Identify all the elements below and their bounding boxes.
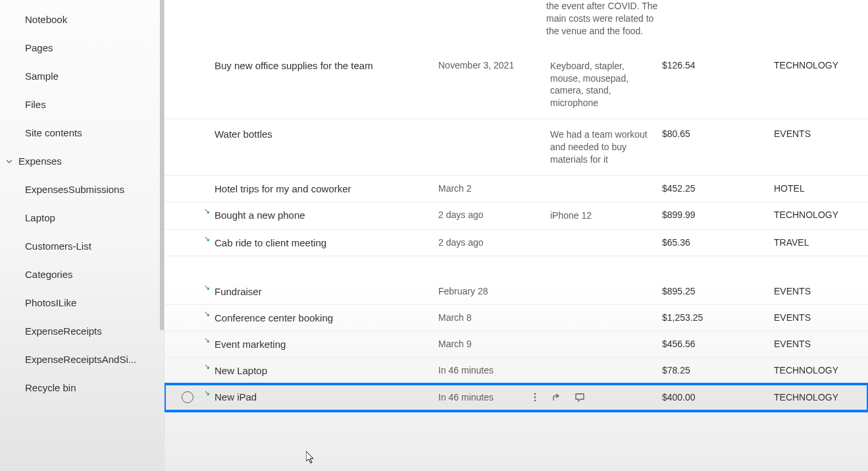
cell-category: EVENTS	[770, 312, 868, 323]
circle-check-icon[interactable]	[182, 391, 193, 403]
cell-category: TRAVEL	[770, 237, 868, 248]
cell-amount: $899.99	[658, 209, 770, 220]
sidebar-item-sample[interactable]: Sample	[0, 62, 164, 90]
cell-category: TECHNOLOGY	[770, 365, 868, 375]
cell-date: February 28	[434, 286, 546, 296]
cell-amount: $895.25	[658, 286, 770, 296]
cell-amount: $65.36	[658, 237, 770, 248]
cell-description: Keyboard, stapler, mouse, mousepad, came…	[546, 60, 658, 110]
cell-category: TECHNOLOGY	[770, 209, 868, 220]
cell-date: November 3, 2021	[434, 60, 546, 70]
sidebar-item-label: ExpenseReceipts	[25, 325, 102, 337]
cell-title[interactable]: ↘Fundraiser	[211, 286, 434, 297]
cell-category: TECHNOLOGY	[770, 60, 868, 70]
cell-amount: $80.65	[658, 128, 770, 139]
sidebar-item-categories[interactable]: Categories	[0, 260, 164, 289]
cell-title[interactable]: ↘New iPad	[211, 391, 434, 402]
description-fragment: the event after COVID. The main costs we…	[546, 0, 658, 44]
sidebar-item-pages[interactable]: Pages	[0, 34, 164, 62]
sidebar-item-label: Expenses	[18, 155, 62, 167]
sidebar-item-recycle-bin[interactable]: Recycle bin	[0, 374, 164, 402]
link-indicator-icon: ↘	[204, 336, 210, 345]
cell-date: March 8	[434, 312, 546, 323]
cell-title[interactable]: ↘Bought a new phone	[211, 209, 434, 221]
cell-date: March 2	[434, 183, 546, 194]
sidebar-item-label: ExpenseReceiptsAndSi...	[25, 354, 136, 365]
table-row[interactable]: ↘Bought a new phone2 days agoiPhone 12$8…	[165, 202, 868, 230]
table-row[interactable]: ↘Event marketingMarch 9$456.56EVENTS	[165, 331, 868, 358]
table-row[interactable]: ↘FundraiserFebruary 28$895.25EVENTS	[165, 256, 868, 305]
sidebar: NotebookPagesSampleFilesSite contentsExp…	[0, 0, 165, 471]
link-indicator-icon: ↘	[204, 207, 210, 215]
cell-category: EVENTS	[770, 339, 868, 349]
sidebar-item-site-contents[interactable]: Site contents	[0, 119, 164, 147]
sidebar-item-label: Recycle bin	[25, 382, 76, 393]
sidebar-item-label: Site contents	[25, 127, 82, 138]
cell-date: 2 days ago	[434, 237, 546, 248]
cell-amount: $1,253.25	[658, 312, 770, 323]
cell-category: TECHNOLOGY	[770, 392, 868, 402]
cell-amount: $78.25	[658, 365, 770, 375]
link-indicator-icon: ↘	[204, 235, 210, 243]
table-row[interactable]: Hotel trips for my and coworkerMarch 2$4…	[165, 176, 868, 202]
cell-category: HOTEL	[770, 183, 868, 194]
chevron-down-icon	[5, 157, 13, 165]
sidebar-item-laptop[interactable]: Laptop	[0, 204, 164, 232]
table-row[interactable]: ↘New LaptopIn 46 minutes$78.25TECHNOLOGY	[165, 358, 868, 384]
sidebar-item-label: Files	[25, 99, 46, 110]
sidebar-item-expensessubmissions[interactable]: ExpensesSubmissions	[0, 175, 164, 204]
sidebar-item-expensereceiptsandsi-[interactable]: ExpenseReceiptsAndSi...	[0, 345, 164, 374]
sidebar-item-label: Categories	[25, 269, 73, 280]
link-indicator-icon: ↘	[204, 389, 210, 397]
cell-title[interactable]: ↘New Laptop	[211, 365, 434, 376]
cell-date: March 9	[434, 339, 546, 349]
sidebar-item-expensereceipts[interactable]: ExpenseReceipts	[0, 317, 164, 345]
link-indicator-icon: ↘	[204, 362, 210, 371]
table-row[interactable]: ↘New iPadIn 46 minutes$400.00TECHNOLOGY	[165, 384, 868, 411]
cell-date: 2 days ago	[434, 209, 546, 220]
main-content: the event after COVID. The main costs we…	[165, 0, 868, 471]
sidebar-item-files[interactable]: Files	[0, 90, 164, 119]
cell-category: EVENTS	[770, 286, 868, 296]
cell-title[interactable]: Hotel trips for my and coworker	[211, 183, 434, 194]
cell-title[interactable]: ↘Cab ride to client meeting	[211, 237, 434, 248]
share-icon[interactable]	[552, 392, 563, 402]
row-actions	[530, 392, 585, 402]
sidebar-item-label: ExpensesSubmissions	[25, 184, 124, 195]
cell-amount: $456.56	[658, 339, 770, 349]
sidebar-item-notebook[interactable]: Notebook	[0, 5, 164, 34]
svg-point-0	[534, 393, 536, 395]
sidebar-item-customers-list[interactable]: Customers-List	[0, 232, 164, 260]
sidebar-item-label: Pages	[25, 42, 53, 53]
svg-point-1	[534, 396, 536, 398]
table-row[interactable]: Buy new office supplies for the teamNove…	[165, 51, 868, 120]
table-row[interactable]: ↘Conference center bookingMarch 8$1,253.…	[165, 305, 868, 331]
svg-point-2	[534, 399, 536, 401]
link-indicator-icon: ↘	[204, 283, 210, 292]
link-indicator-icon: ↘	[204, 310, 210, 318]
comment-icon[interactable]	[574, 392, 585, 402]
sidebar-item-label: Laptop	[25, 212, 55, 223]
sidebar-item-expenses[interactable]: Expenses	[0, 147, 164, 175]
more-icon[interactable]	[530, 392, 540, 402]
table-row[interactable]: ↘Cab ride to client meeting2 days ago$65…	[165, 230, 868, 256]
expense-table: the event after COVID. The main costs we…	[165, 0, 868, 411]
cell-amount: $452.25	[658, 183, 770, 194]
cell-date: In 46 minutes	[434, 365, 546, 375]
cell-title[interactable]: ↘Event marketing	[211, 339, 434, 350]
cell-title[interactable]: ↘Conference center booking	[211, 312, 434, 323]
cell-category: EVENTS	[770, 128, 868, 139]
cell-amount: $400.00	[658, 392, 770, 402]
cell-title[interactable]: Buy new office supplies for the team	[211, 60, 434, 71]
cell-amount: $126.54	[658, 60, 770, 70]
sidebar-item-photosilike[interactable]: PhotosILike	[0, 289, 164, 317]
sidebar-item-label: Notebook	[25, 14, 67, 25]
cell-title[interactable]: Water bottles	[211, 128, 434, 140]
cell-description: We had a team workout and needed to buy …	[546, 128, 658, 166]
table-row[interactable]: Water bottlesWe had a team workout and n…	[165, 119, 868, 176]
sidebar-item-label: PhotosILike	[25, 297, 76, 308]
cell-description: iPhone 12	[546, 209, 658, 222]
sidebar-item-label: Sample	[25, 70, 59, 82]
sidebar-item-label: Customers-List	[25, 240, 91, 252]
